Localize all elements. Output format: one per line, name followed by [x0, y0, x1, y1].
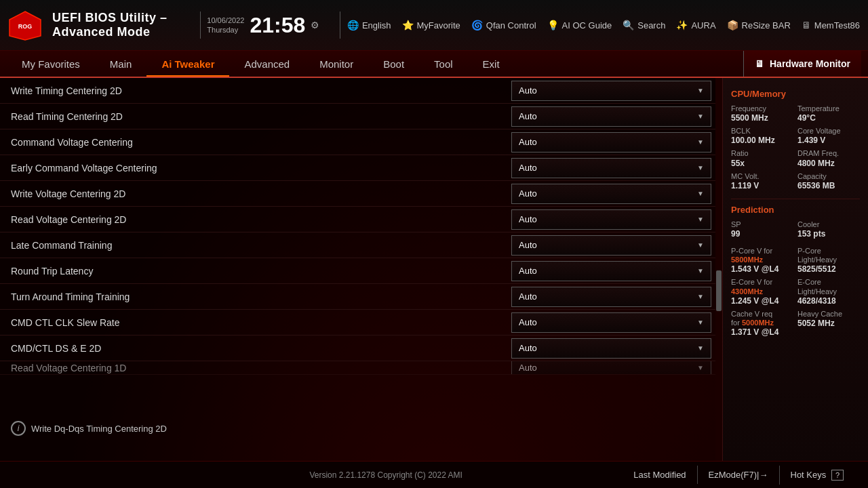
bios-title: UEFI BIOS Utility – Advanced Mode: [52, 11, 193, 39]
memtest-icon: 🖥: [802, 20, 811, 30]
cache-v-value: 1.371 V @L4: [731, 327, 793, 337]
setting-dropdown[interactable]: Auto ▼: [511, 361, 711, 375]
nav-search-label: Search: [637, 20, 665, 30]
table-row[interactable]: Write Timing Centering 2D Auto ▼: [0, 78, 722, 104]
settings-list: Write Timing Centering 2D Auto ▼ Read Ti…: [0, 78, 722, 375]
setting-label: Round Trip Latency: [11, 266, 511, 277]
heavy-cache-item: Heavy Cache 5052 MHz: [797, 310, 860, 337]
pcore-lh-value: 5825/5512: [797, 264, 860, 274]
table-row[interactable]: Turn Around Timing Training Auto ▼: [0, 284, 722, 310]
pcore-lh-label: P-CoreLight/Heavy: [797, 247, 860, 264]
bclk-item: BCLK 100.00 MHz: [731, 127, 793, 145]
tab-main[interactable]: Main: [95, 51, 147, 77]
ratio-value: 55x: [731, 159, 793, 168]
nav-english-label: English: [362, 20, 391, 30]
table-row[interactable]: CMD CTL CLK Slew Rate Auto ▼: [0, 310, 722, 336]
search-icon: 🔍: [623, 20, 634, 30]
frequency-label: Frequency: [731, 104, 793, 113]
ratio-label: Ratio: [731, 149, 793, 158]
footer: Version 2.21.1278 Copyright (C) 2022 AMI…: [0, 461, 868, 488]
setting-dropdown[interactable]: Auto ▼: [511, 184, 711, 204]
nav-item-memtest[interactable]: 🖥 MemTest86: [802, 20, 860, 30]
chevron-down-icon: ▼: [697, 164, 704, 171]
table-row[interactable]: Read Timing Centering 2D Auto ▼: [0, 104, 722, 129]
tab-tool[interactable]: Tool: [419, 51, 468, 77]
cache-v-item: Cache V reqfor 5000MHz 1.371 V @L4: [731, 310, 793, 337]
mc-volt-item: MC Volt. 1.119 V: [731, 172, 793, 190]
core-voltage-value: 1.439 V: [797, 136, 860, 145]
table-row[interactable]: Read Voltage Centering 1D Auto ▼: [0, 361, 722, 375]
nav-item-qfan[interactable]: 🌀 Qfan Control: [471, 20, 536, 30]
table-row[interactable]: CMD/CTL DS & E 2D Auto ▼: [0, 336, 722, 361]
scrollbar-thumb[interactable]: [716, 270, 722, 311]
nav-qfan-label: Qfan Control: [486, 20, 536, 30]
date-time-area: 10/06/2022 Thursday 21:58 ⚙: [207, 13, 319, 38]
main-nav: My Favorites Main Ai Tweaker Advanced Mo…: [0, 51, 868, 78]
table-row[interactable]: Early Command Voltage Centering Auto ▼: [0, 155, 722, 181]
frequency-item: Frequency 5500 MHz: [731, 104, 793, 123]
table-row[interactable]: Command Voltage Centering Auto ▼: [0, 129, 722, 155]
nav-item-english[interactable]: 🌐 English: [347, 20, 391, 30]
ez-mode-btn[interactable]: EzMode(F7)|→: [697, 466, 779, 484]
nav-item-aioc[interactable]: 💡 AI OC Guide: [547, 20, 612, 30]
dram-freq-label: DRAM Freq.: [797, 149, 860, 158]
temperature-label: Temperature: [797, 104, 860, 113]
setting-dropdown[interactable]: Auto ▼: [511, 209, 711, 230]
setting-dropdown[interactable]: Auto ▼: [511, 132, 711, 152]
hot-keys-btn[interactable]: Hot Keys ?: [779, 466, 855, 485]
cooler-item: Cooler 153 pts: [797, 220, 860, 239]
nav-item-search[interactable]: 🔍 Search: [623, 20, 665, 30]
hardware-monitor-btn[interactable]: 🖥 Hardware Monitor: [743, 51, 861, 77]
sp-label: SP: [731, 220, 793, 229]
hw-monitor-label: Hardware Monitor: [770, 58, 850, 69]
tab-exit[interactable]: Exit: [468, 51, 515, 77]
setting-dropdown[interactable]: Auto ▼: [511, 235, 711, 256]
hot-keys-icon: ?: [831, 470, 844, 481]
tab-monitor[interactable]: Monitor: [304, 51, 368, 77]
setting-dropdown[interactable]: Auto ▼: [511, 338, 711, 359]
header-divider-2: [340, 12, 340, 39]
setting-label: Write Voltage Centering 2D: [11, 188, 511, 199]
table-row[interactable]: Round Trip Latency Auto ▼: [0, 258, 722, 284]
tab-ai-tweaker[interactable]: Ai Tweaker: [146, 51, 229, 77]
sp-value: 99: [731, 229, 793, 239]
setting-dropdown[interactable]: Auto ▼: [511, 261, 711, 281]
nav-item-aura[interactable]: ✨ AURA: [676, 20, 715, 30]
setting-dropdown[interactable]: Auto ▼: [511, 106, 711, 127]
resize-icon: 📦: [727, 20, 738, 30]
nav-item-resizebar[interactable]: 📦 ReSize BAR: [727, 20, 791, 30]
setting-dropdown[interactable]: Auto ▼: [511, 312, 711, 333]
scrollbar[interactable]: [715, 78, 722, 461]
nav-aura-label: AURA: [691, 20, 715, 30]
pcore-lh-item: P-CoreLight/Heavy 5825/5512: [797, 247, 860, 274]
settings-icon[interactable]: ⚙: [311, 20, 319, 30]
last-modified-btn[interactable]: Last Modified: [623, 466, 696, 484]
ecore-lh-item: E-CoreLight/Heavy 4628/4318: [797, 278, 860, 305]
ai-icon: 💡: [547, 20, 559, 30]
capacity-value: 65536 MB: [797, 181, 860, 190]
chevron-down-icon: ▼: [697, 267, 704, 274]
aura-icon: ✨: [676, 20, 688, 30]
footer-right: Last Modified EzMode(F7)|→ Hot Keys ?: [623, 466, 854, 485]
setting-dropdown[interactable]: Auto ▼: [511, 158, 711, 178]
table-row[interactable]: Read Voltage Centering 2D Auto ▼: [0, 207, 722, 232]
date-display: 10/06/2022 Thursday: [207, 16, 244, 35]
tab-advanced[interactable]: Advanced: [229, 51, 304, 77]
tab-favorites[interactable]: My Favorites: [7, 51, 95, 77]
setting-label: Early Command Voltage Centering: [11, 163, 511, 174]
setting-label: Write Timing Centering 2D: [11, 85, 511, 96]
top-nav: 🌐 English ⭐ MyFavorite 🌀 Qfan Control 💡 …: [347, 20, 860, 30]
chevron-down-icon: ▼: [697, 216, 704, 223]
chevron-down-icon: ▼: [697, 293, 704, 300]
table-row[interactable]: Write Voltage Centering 2D Auto ▼: [0, 181, 722, 207]
pcore-v-value: 1.543 V @L4: [731, 264, 793, 274]
setting-dropdown[interactable]: Auto ▼: [511, 287, 711, 307]
tab-boot[interactable]: Boot: [368, 51, 419, 77]
table-row[interactable]: Late Command Training Auto ▼: [0, 232, 722, 258]
setting-label: Read Voltage Centering 2D: [11, 214, 511, 225]
chevron-down-icon: ▼: [697, 138, 704, 146]
prediction-section-title: Prediction: [731, 205, 860, 215]
nav-item-myfavorite[interactable]: ⭐ MyFavorite: [402, 20, 460, 30]
setting-dropdown[interactable]: Auto ▼: [511, 81, 711, 101]
nav-memtest-label: MemTest86: [814, 20, 860, 30]
